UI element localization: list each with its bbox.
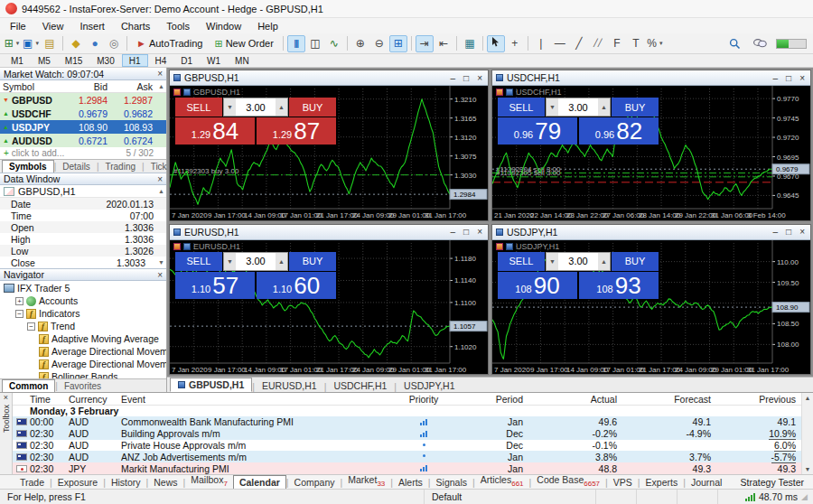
horizontal-line-button[interactable]: —: [551, 35, 569, 52]
metaeditor-button[interactable]: ▤: [41, 35, 59, 52]
zoom-out-button[interactable]: ⊖: [370, 35, 388, 52]
menu-item-file[interactable]: File: [2, 20, 34, 33]
volume-stepper[interactable]: ▼3.00▲: [223, 98, 288, 117]
scroll-up-icon[interactable]: ▲: [805, 395, 811, 401]
sell-button[interactable]: SELL: [175, 252, 222, 271]
crosshair-button[interactable]: +: [506, 35, 524, 52]
tab-favorites[interactable]: Favorites: [58, 380, 107, 392]
close-icon[interactable]: ×: [799, 73, 805, 83]
volume-stepper[interactable]: ▼3.00▲: [546, 98, 611, 117]
strategy-tester-button[interactable]: Strategy Tester: [732, 476, 813, 489]
maximize-icon[interactable]: □: [463, 73, 469, 83]
auto-scroll-button[interactable]: ⇥: [416, 35, 434, 52]
volume-down-icon[interactable]: ▼: [224, 253, 236, 270]
minimize-icon[interactable]: –: [773, 73, 779, 83]
bar-chart-button[interactable]: |||: [287, 35, 305, 52]
close-icon[interactable]: ×: [477, 227, 482, 237]
sell-button[interactable]: SELL: [498, 252, 545, 271]
volume-stepper[interactable]: ▼3.00▲: [546, 252, 611, 271]
chart-canvas[interactable]: GBPUSD,H1SELL▼3.00▲BUY1.29841.29871.3210…: [170, 86, 488, 220]
sell-price[interactable]: 10890: [498, 272, 577, 299]
calendar-row[interactable]: 02:30AUDANZ Job Advertisements m/mJan3.8…: [13, 451, 801, 462]
calendar-scrollbar[interactable]: ▲ ▼: [801, 393, 813, 474]
sell-price[interactable]: 0.9679: [498, 117, 577, 145]
buy-button[interactable]: BUY: [289, 98, 336, 117]
buy-button[interactable]: BUY: [612, 252, 659, 271]
open-profile-button[interactable]: ▣▾: [22, 35, 40, 52]
resize-grip[interactable]: ◢: [801, 492, 809, 501]
zoom-in-button[interactable]: ⊕: [351, 35, 369, 52]
timeframe-m5[interactable]: M5: [31, 54, 58, 67]
chart-window-titlebar[interactable]: USDCHF,H1–□×: [492, 70, 810, 86]
tree-item-trend[interactable]: −fTrend: [0, 320, 166, 332]
navigator-root[interactable]: IFX Trader 5: [0, 282, 166, 294]
toolbox-tab-signals[interactable]: Signals: [431, 476, 472, 489]
sell-button[interactable]: SELL: [498, 98, 545, 117]
minimize-icon[interactable]: –: [451, 227, 456, 237]
chart-tab-gbpusd-h1[interactable]: GBPUSD,H1: [170, 378, 252, 392]
close-icon[interactable]: ×: [799, 227, 805, 237]
toolbox-tab-trade[interactable]: Trade: [14, 476, 50, 489]
candlestick-chart-button[interactable]: ◫: [306, 35, 324, 52]
chart-tab-eurusd-h1[interactable]: EURUSD,H1: [255, 379, 324, 392]
cursor-button[interactable]: [487, 35, 505, 52]
buy-price[interactable]: 1.2987: [257, 117, 336, 145]
tab-trading[interactable]: Trading: [98, 161, 142, 173]
column-header-forecast[interactable]: Forecast: [622, 394, 716, 405]
buy-price[interactable]: 10893: [579, 272, 659, 299]
tab-common[interactable]: Common: [2, 379, 55, 392]
close-icon[interactable]: ×: [157, 270, 163, 280]
column-header-time[interactable]: Time: [13, 394, 69, 405]
tab-details[interactable]: Details: [56, 161, 97, 173]
maximize-icon[interactable]: □: [786, 227, 791, 237]
trend-line-button[interactable]: ╱: [570, 35, 588, 52]
new-order-button[interactable]: ⊞New Order: [209, 35, 278, 52]
text-label-button[interactable]: T: [627, 35, 645, 52]
timeframe-w1[interactable]: W1: [200, 54, 228, 67]
status-connection[interactable]: 48.70 ms ◢: [718, 490, 813, 504]
sell-button[interactable]: SELL: [175, 98, 222, 117]
toolbox-tab-alerts[interactable]: Alerts: [393, 476, 428, 489]
menu-item-window[interactable]: Window: [198, 20, 249, 33]
market-watch-row-audusd[interactable]: ▲AUDUSD0.67210.6724: [0, 134, 166, 147]
maximize-icon[interactable]: □: [786, 73, 791, 83]
toolbox-tab-experts[interactable]: Experts: [640, 476, 684, 489]
community-button[interactable]: ●: [86, 35, 104, 52]
toolbox-tab-history[interactable]: History: [106, 476, 146, 489]
chart-canvas[interactable]: EURUSD,H1SELL▼3.00▲BUY1.10571.10601.1180…: [170, 240, 488, 375]
column-header-previous[interactable]: Previous: [716, 394, 801, 405]
toolbox-tab-vps[interactable]: VPS: [608, 476, 638, 489]
column-header-bid[interactable]: Bid: [66, 81, 111, 92]
buy-price[interactable]: 0.9682: [579, 117, 659, 145]
toolbox-tab-articles[interactable]: Articles661: [475, 473, 529, 489]
timeframe-d1[interactable]: D1: [173, 54, 200, 67]
volume-up-icon[interactable]: ▲: [598, 253, 610, 270]
arrow-objects-button[interactable]: %▾: [646, 35, 664, 52]
tile-windows-button[interactable]: ⊞: [389, 35, 407, 52]
market-watch-row-usdchf[interactable]: ▲USDCHF0.96790.9682: [0, 107, 166, 120]
scroll-down-icon[interactable]: ▼: [158, 259, 166, 266]
timeframe-m30[interactable]: M30: [89, 54, 121, 67]
menu-item-help[interactable]: Help: [249, 20, 286, 33]
timeframe-mn[interactable]: MN: [228, 54, 257, 67]
minimize-icon[interactable]: –: [451, 73, 456, 83]
indicators-button[interactable]: ▦: [461, 35, 479, 52]
toolbox-tab-news[interactable]: News: [148, 476, 182, 489]
chart-window-titlebar[interactable]: EURUSD,H1–□×: [170, 225, 488, 240]
search-button[interactable]: [725, 35, 743, 52]
column-header-currency[interactable]: Currency: [69, 394, 121, 405]
chart-canvas[interactable]: USDJPY,H1SELL▼3.00▲BUY1089010893110.0010…: [492, 240, 810, 375]
line-chart-button[interactable]: ∿: [325, 35, 343, 52]
column-header-symbol[interactable]: Symbol: [0, 81, 66, 92]
buy-button[interactable]: BUY: [289, 252, 336, 271]
toolbox-tab-exposure[interactable]: Exposure: [52, 476, 103, 489]
calendar-row[interactable]: 02:30AUDPrivate House Approvals m/mDec-0…: [13, 440, 801, 452]
close-icon[interactable]: ×: [4, 394, 8, 402]
chart-tab-usdchf-h1[interactable]: USDCHF,H1: [326, 379, 394, 392]
toolbox-tab-company[interactable]: Company: [289, 476, 341, 489]
buy-price[interactable]: 1.1060: [257, 272, 336, 299]
tree-item-bollinger-bands[interactable]: fBollinger Bands: [0, 370, 166, 378]
toolbox-tab-code-base[interactable]: Code Base6657: [531, 473, 605, 489]
fibonacci-button[interactable]: F: [608, 35, 626, 52]
tree-item-adaptive-moving-average[interactable]: fAdaptive Moving Average: [0, 332, 166, 345]
